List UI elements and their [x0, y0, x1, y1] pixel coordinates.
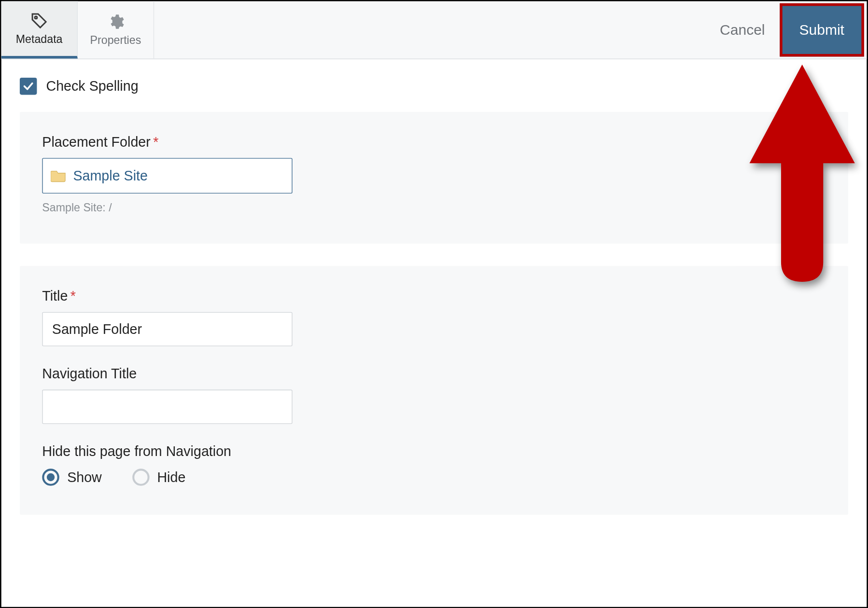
required-asterisk: *	[70, 289, 76, 304]
tab-label: Properties	[90, 34, 141, 47]
tab-metadata[interactable]: Metadata	[1, 1, 78, 59]
tab-bar: Metadata Properties Cancel Submit	[1, 1, 867, 59]
cancel-button[interactable]: Cancel	[705, 1, 779, 59]
folder-icon	[51, 169, 67, 182]
hide-nav-label: Hide this page from Navigation	[42, 443, 826, 459]
svg-point-0	[34, 16, 37, 18]
check-spelling-label: Check Spelling	[46, 78, 138, 94]
check-spelling-checkbox[interactable]	[20, 78, 37, 95]
radio-hide[interactable]: Hide	[132, 469, 186, 485]
placement-path: Sample Site: /	[42, 201, 826, 214]
tab-label: Metadata	[16, 33, 63, 46]
placement-panel: Placement Folder* Sample Site Sample Sit…	[20, 112, 848, 244]
radio-show[interactable]: Show	[42, 469, 102, 485]
radio-dot-icon	[42, 469, 59, 485]
title-panel: Title* Navigation Title Hide this page f…	[20, 266, 848, 515]
submit-button[interactable]: Submit	[780, 3, 864, 57]
radio-dot-icon	[132, 469, 149, 485]
placement-folder-picker[interactable]: Sample Site	[42, 158, 292, 193]
tag-icon	[30, 12, 47, 28]
radio-show-label: Show	[67, 470, 102, 485]
title-label: Title*	[42, 289, 826, 304]
radio-hide-label: Hide	[157, 470, 185, 485]
required-asterisk: *	[153, 134, 158, 149]
nav-title-input[interactable]	[42, 390, 292, 424]
gear-icon	[107, 13, 124, 30]
placement-folder-value: Sample Site	[73, 168, 147, 184]
title-input[interactable]	[42, 312, 292, 346]
nav-title-label: Navigation Title	[42, 366, 826, 382]
tab-properties[interactable]: Properties	[78, 1, 154, 59]
placement-label: Placement Folder*	[42, 134, 826, 150]
